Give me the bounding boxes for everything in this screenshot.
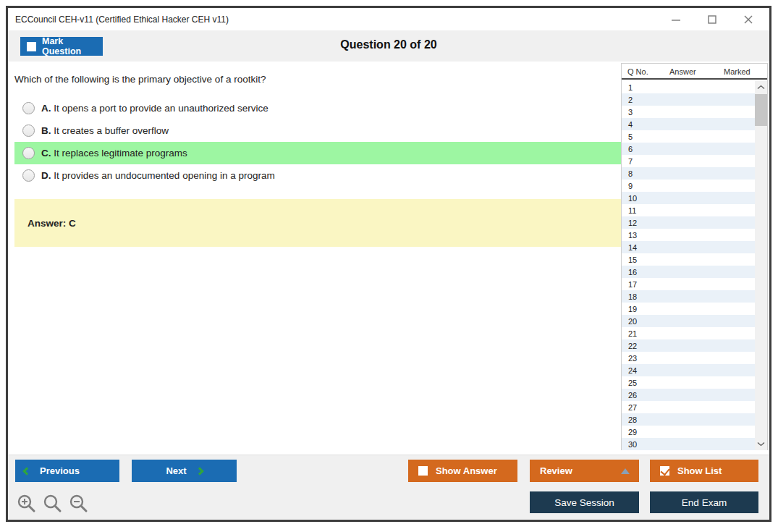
column-answer: Answer <box>669 67 696 76</box>
option-row[interactable]: C. It replaces legitimate programs <box>14 142 622 164</box>
end-exam-label: End Exam <box>682 497 727 508</box>
options-list: A. It opens a port to provide an unautho… <box>8 97 616 187</box>
question-list-row[interactable]: 14 <box>622 241 756 253</box>
close-icon[interactable] <box>740 12 756 28</box>
row-qno: 20 <box>628 317 637 326</box>
row-qno: 10 <box>628 194 637 203</box>
minimize-icon[interactable] <box>668 12 684 28</box>
zoom-in-icon[interactable] <box>17 494 36 513</box>
review-button[interactable]: Review <box>530 460 639 482</box>
option-label: D. It provides an undocumented opening i… <box>41 170 275 181</box>
question-list-row[interactable]: 11 <box>622 204 756 216</box>
show-answer-button[interactable]: Show Answer <box>408 460 517 482</box>
row-qno: 6 <box>628 145 633 153</box>
row-qno: 8 <box>628 169 633 178</box>
question-list-row[interactable]: 23 <box>622 352 756 364</box>
exam-window: ECCouncil CEH-v11 (Certified Ethical Hac… <box>6 6 771 522</box>
question-list-row[interactable]: 25 <box>622 376 756 389</box>
row-qno: 15 <box>628 256 637 264</box>
window-title: ECCouncil CEH-v11 (Certified Ethical Hac… <box>15 14 229 25</box>
question-list-row[interactable]: 22 <box>622 339 756 352</box>
question-list-row[interactable]: 13 <box>622 229 756 241</box>
row-qno: 21 <box>628 329 637 338</box>
row-qno: 1 <box>628 83 633 92</box>
question-list-row[interactable]: 2 <box>622 93 756 106</box>
row-qno: 3 <box>628 108 633 117</box>
question-list-row[interactable]: 9 <box>622 180 756 192</box>
question-counter: Question 20 of 20 <box>8 38 769 51</box>
question-list-row[interactable]: 8 <box>622 167 756 180</box>
question-list-scrollbar[interactable] <box>755 81 767 450</box>
question-list-row[interactable]: 7 <box>622 155 756 167</box>
show-list-button[interactable]: Show List <box>650 460 758 482</box>
question-list-row[interactable]: 17 <box>622 278 756 290</box>
option-label: A. It opens a port to provide an unautho… <box>41 103 269 114</box>
question-list-row[interactable]: 26 <box>622 389 756 401</box>
row-qno: 13 <box>628 231 637 240</box>
row-qno: 25 <box>628 379 637 387</box>
row-qno: 14 <box>628 243 637 252</box>
row-qno: 23 <box>628 354 637 363</box>
question-list-row[interactable]: 24 <box>622 364 756 376</box>
scroll-down-icon[interactable] <box>755 438 767 450</box>
question-list-row[interactable]: 18 <box>622 290 756 303</box>
option-row[interactable]: A. It opens a port to provide an unautho… <box>14 97 622 119</box>
scroll-up-icon[interactable] <box>755 81 767 93</box>
option-label: C. It replaces legitimate programs <box>41 148 187 159</box>
question-list-row[interactable]: 28 <box>622 413 756 426</box>
radio-button[interactable] <box>22 147 35 159</box>
row-qno: 12 <box>628 219 637 227</box>
question-rows: 1234567891011121314151617181920212223242… <box>622 81 756 450</box>
question-list-row[interactable]: 20 <box>622 315 756 327</box>
option-row[interactable]: B. It creates a buffer overflow <box>14 119 622 142</box>
question-list-row[interactable]: 16 <box>622 266 756 278</box>
save-session-label: Save Session <box>554 497 614 508</box>
radio-button[interactable] <box>22 124 35 137</box>
row-qno: 4 <box>628 120 633 129</box>
chevron-left-icon <box>22 467 30 475</box>
question-list-row[interactable]: 12 <box>622 216 756 229</box>
next-button[interactable]: Next <box>132 460 237 482</box>
question-list-row[interactable]: 5 <box>622 130 756 143</box>
bottom-bar: Previous Next Show Answer Review Show Li… <box>8 455 769 520</box>
zoom-reset-icon[interactable] <box>43 494 62 513</box>
question-list-row[interactable]: 29 <box>622 426 756 438</box>
show-answer-checkbox[interactable] <box>418 466 428 476</box>
window-controls <box>668 8 756 30</box>
previous-button[interactable]: Previous <box>15 460 119 482</box>
row-qno: 18 <box>628 292 637 301</box>
row-qno: 30 <box>628 440 637 449</box>
previous-label: Previous <box>40 465 80 476</box>
question-list-row[interactable]: 27 <box>622 401 756 413</box>
scrollbar-thumb[interactable] <box>755 94 767 126</box>
radio-button[interactable] <box>22 169 35 182</box>
question-list-row[interactable]: 4 <box>622 118 756 130</box>
row-qno: 9 <box>628 182 633 190</box>
radio-button[interactable] <box>22 102 35 114</box>
zoom-out-icon[interactable] <box>69 494 88 513</box>
row-qno: 16 <box>628 268 637 276</box>
question-list-row[interactable]: 19 <box>622 303 756 315</box>
row-qno: 26 <box>628 391 637 400</box>
maximize-icon[interactable] <box>704 12 720 28</box>
question-list-row[interactable]: 15 <box>622 253 756 266</box>
option-row[interactable]: D. It provides an undocumented opening i… <box>14 164 622 187</box>
save-session-button[interactable]: Save Session <box>530 491 639 513</box>
question-list-panel: Q No. Answer Marked 12345678910111213141… <box>621 63 768 450</box>
chevron-right-icon <box>195 467 203 475</box>
show-list-checkbox[interactable] <box>660 466 669 476</box>
question-list-row[interactable]: 10 <box>622 192 756 204</box>
question-list-row[interactable]: 1 <box>622 81 756 93</box>
question-list-row[interactable]: 3 <box>622 106 756 118</box>
column-qno: Q No. <box>627 67 648 76</box>
option-label: B. It creates a buffer overflow <box>41 125 169 136</box>
question-list-row[interactable]: 21 <box>622 327 756 339</box>
row-qno: 27 <box>628 403 637 412</box>
question-list-row[interactable]: 6 <box>622 143 756 155</box>
next-label: Next <box>166 465 186 476</box>
question-list-row[interactable]: 30 <box>622 438 756 450</box>
answer-box: Answer: C <box>14 199 622 247</box>
row-qno: 5 <box>628 132 633 141</box>
show-answer-label: Show Answer <box>436 465 497 476</box>
end-exam-button[interactable]: End Exam <box>650 491 758 513</box>
